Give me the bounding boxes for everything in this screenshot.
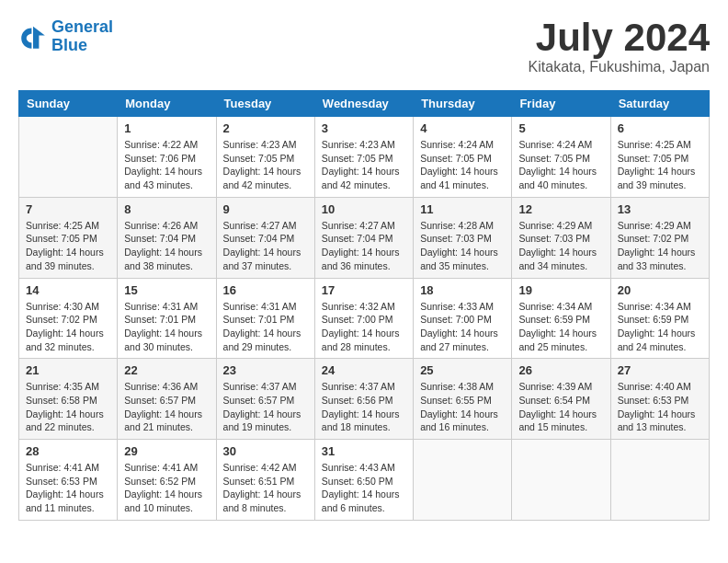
calendar-week-2: 7Sunrise: 4:25 AM Sunset: 7:05 PM Daylig…	[19, 197, 710, 278]
calendar-cell: 7Sunrise: 4:25 AM Sunset: 7:05 PM Daylig…	[19, 197, 118, 278]
day-info: Sunrise: 4:42 AM Sunset: 6:51 PM Dayligh…	[223, 461, 308, 515]
day-info: Sunrise: 4:27 AM Sunset: 7:04 PM Dayligh…	[223, 219, 308, 273]
day-info: Sunrise: 4:28 AM Sunset: 7:03 PM Dayligh…	[420, 219, 505, 273]
day-info: Sunrise: 4:43 AM Sunset: 6:50 PM Dayligh…	[322, 461, 406, 515]
weekday-header-wednesday: Wednesday	[314, 91, 413, 117]
weekday-header-monday: Monday	[118, 91, 216, 117]
day-info: Sunrise: 4:38 AM Sunset: 6:55 PM Dayligh…	[420, 380, 505, 434]
calendar-cell: 2Sunrise: 4:23 AM Sunset: 7:05 PM Daylig…	[216, 117, 314, 198]
day-info: Sunrise: 4:23 AM Sunset: 7:05 PM Dayligh…	[322, 138, 406, 192]
day-info: Sunrise: 4:41 AM Sunset: 6:53 PM Dayligh…	[26, 461, 110, 515]
day-number: 9	[223, 202, 308, 216]
calendar-cell: 20Sunrise: 4:34 AM Sunset: 6:59 PM Dayli…	[610, 278, 709, 359]
calendar-cell: 28Sunrise: 4:41 AM Sunset: 6:53 PM Dayli…	[19, 440, 118, 521]
calendar-cell: 13Sunrise: 4:29 AM Sunset: 7:02 PM Dayli…	[610, 197, 709, 278]
calendar-cell: 11Sunrise: 4:28 AM Sunset: 7:03 PM Dayli…	[414, 197, 512, 278]
day-info: Sunrise: 4:25 AM Sunset: 7:05 PM Dayligh…	[618, 138, 702, 192]
day-number: 19	[518, 283, 603, 297]
day-info: Sunrise: 4:25 AM Sunset: 7:05 PM Dayligh…	[26, 219, 110, 273]
day-number: 20	[618, 283, 702, 297]
day-number: 31	[322, 444, 406, 458]
day-info: Sunrise: 4:31 AM Sunset: 7:01 PM Dayligh…	[223, 300, 308, 354]
day-info: Sunrise: 4:33 AM Sunset: 7:00 PM Dayligh…	[420, 300, 505, 354]
weekday-header-sunday: Sunday	[19, 91, 118, 117]
calendar-cell: 23Sunrise: 4:37 AM Sunset: 6:57 PM Dayli…	[216, 359, 314, 440]
day-info: Sunrise: 4:23 AM Sunset: 7:05 PM Dayligh…	[223, 138, 308, 192]
day-info: Sunrise: 4:24 AM Sunset: 7:05 PM Dayligh…	[518, 138, 603, 192]
weekday-header-thursday: Thursday	[414, 91, 512, 117]
location-title: Kitakata, Fukushima, Japan	[529, 59, 710, 75]
day-number: 5	[518, 121, 603, 135]
calendar-cell: 10Sunrise: 4:27 AM Sunset: 7:04 PM Dayli…	[314, 197, 413, 278]
calendar-cell: 21Sunrise: 4:35 AM Sunset: 6:58 PM Dayli…	[19, 359, 118, 440]
calendar-cell: 3Sunrise: 4:23 AM Sunset: 7:05 PM Daylig…	[314, 117, 413, 198]
day-number: 16	[223, 283, 308, 297]
calendar-cell: 9Sunrise: 4:27 AM Sunset: 7:04 PM Daylig…	[216, 197, 314, 278]
calendar-week-3: 14Sunrise: 4:30 AM Sunset: 7:02 PM Dayli…	[19, 278, 710, 359]
calendar-cell: 25Sunrise: 4:38 AM Sunset: 6:55 PM Dayli…	[414, 359, 512, 440]
day-number: 13	[618, 202, 702, 216]
calendar-cell: 14Sunrise: 4:30 AM Sunset: 7:02 PM Dayli…	[19, 278, 118, 359]
day-info: Sunrise: 4:41 AM Sunset: 6:52 PM Dayligh…	[124, 461, 209, 515]
calendar-cell: 29Sunrise: 4:41 AM Sunset: 6:52 PM Dayli…	[118, 440, 216, 521]
day-number: 2	[223, 121, 308, 135]
calendar-cell: 5Sunrise: 4:24 AM Sunset: 7:05 PM Daylig…	[512, 117, 610, 198]
calendar-cell: 18Sunrise: 4:33 AM Sunset: 7:00 PM Dayli…	[414, 278, 512, 359]
day-number: 15	[124, 283, 209, 297]
day-number: 27	[618, 363, 702, 377]
day-number: 24	[322, 363, 406, 377]
day-info: Sunrise: 4:27 AM Sunset: 7:04 PM Dayligh…	[322, 219, 406, 273]
calendar-title-area: July 2024 Kitakata, Fukushima, Japan	[529, 18, 710, 75]
logo-text: General Blue	[51, 18, 113, 55]
calendar-cell	[414, 440, 512, 521]
day-info: Sunrise: 4:34 AM Sunset: 6:59 PM Dayligh…	[518, 300, 603, 354]
calendar-cell: 24Sunrise: 4:37 AM Sunset: 6:56 PM Dayli…	[314, 359, 413, 440]
weekday-header-friday: Friday	[512, 91, 610, 117]
calendar-week-5: 28Sunrise: 4:41 AM Sunset: 6:53 PM Dayli…	[19, 440, 710, 521]
calendar-cell: 4Sunrise: 4:24 AM Sunset: 7:05 PM Daylig…	[414, 117, 512, 198]
calendar-week-4: 21Sunrise: 4:35 AM Sunset: 6:58 PM Dayli…	[19, 359, 710, 440]
calendar-cell	[19, 117, 118, 198]
day-info: Sunrise: 4:22 AM Sunset: 7:06 PM Dayligh…	[124, 138, 209, 192]
logo: General Blue	[18, 18, 113, 55]
logo-icon	[18, 22, 48, 52]
weekday-header-saturday: Saturday	[610, 91, 709, 117]
day-info: Sunrise: 4:24 AM Sunset: 7:05 PM Dayligh…	[420, 138, 505, 192]
calendar-table: SundayMondayTuesdayWednesdayThursdayFrid…	[18, 90, 710, 521]
day-number: 22	[124, 363, 209, 377]
day-info: Sunrise: 4:37 AM Sunset: 6:56 PM Dayligh…	[322, 380, 406, 434]
logo-line2: Blue	[51, 36, 87, 54]
day-info: Sunrise: 4:29 AM Sunset: 7:02 PM Dayligh…	[618, 219, 702, 273]
month-title: July 2024	[529, 18, 710, 57]
calendar-cell: 8Sunrise: 4:26 AM Sunset: 7:04 PM Daylig…	[118, 197, 216, 278]
calendar-cell: 27Sunrise: 4:40 AM Sunset: 6:53 PM Dayli…	[610, 359, 709, 440]
day-number: 8	[124, 202, 209, 216]
day-info: Sunrise: 4:40 AM Sunset: 6:53 PM Dayligh…	[618, 380, 702, 434]
day-number: 26	[518, 363, 603, 377]
day-info: Sunrise: 4:32 AM Sunset: 7:00 PM Dayligh…	[322, 300, 406, 354]
calendar-week-1: 1Sunrise: 4:22 AM Sunset: 7:06 PM Daylig…	[19, 117, 710, 198]
day-number: 4	[420, 121, 505, 135]
day-info: Sunrise: 4:31 AM Sunset: 7:01 PM Dayligh…	[124, 300, 209, 354]
day-info: Sunrise: 4:37 AM Sunset: 6:57 PM Dayligh…	[223, 380, 308, 434]
day-number: 25	[420, 363, 505, 377]
calendar-cell: 16Sunrise: 4:31 AM Sunset: 7:01 PM Dayli…	[216, 278, 314, 359]
calendar-cell: 31Sunrise: 4:43 AM Sunset: 6:50 PM Dayli…	[314, 440, 413, 521]
day-number: 30	[223, 444, 308, 458]
day-info: Sunrise: 4:26 AM Sunset: 7:04 PM Dayligh…	[124, 219, 209, 273]
day-info: Sunrise: 4:34 AM Sunset: 6:59 PM Dayligh…	[618, 300, 702, 354]
day-info: Sunrise: 4:30 AM Sunset: 7:02 PM Dayligh…	[26, 300, 110, 354]
calendar-cell: 12Sunrise: 4:29 AM Sunset: 7:03 PM Dayli…	[512, 197, 610, 278]
day-number: 11	[420, 202, 505, 216]
page-header: General Blue July 2024 Kitakata, Fukushi…	[18, 18, 710, 75]
logo-line1: General	[51, 17, 113, 36]
day-info: Sunrise: 4:39 AM Sunset: 6:54 PM Dayligh…	[518, 380, 603, 434]
day-number: 18	[420, 283, 505, 297]
day-number: 3	[322, 121, 406, 135]
calendar-cell: 22Sunrise: 4:36 AM Sunset: 6:57 PM Dayli…	[118, 359, 216, 440]
calendar-cell	[512, 440, 610, 521]
calendar-cell: 15Sunrise: 4:31 AM Sunset: 7:01 PM Dayli…	[118, 278, 216, 359]
day-number: 28	[26, 444, 110, 458]
calendar-cell: 17Sunrise: 4:32 AM Sunset: 7:00 PM Dayli…	[314, 278, 413, 359]
day-info: Sunrise: 4:36 AM Sunset: 6:57 PM Dayligh…	[124, 380, 209, 434]
